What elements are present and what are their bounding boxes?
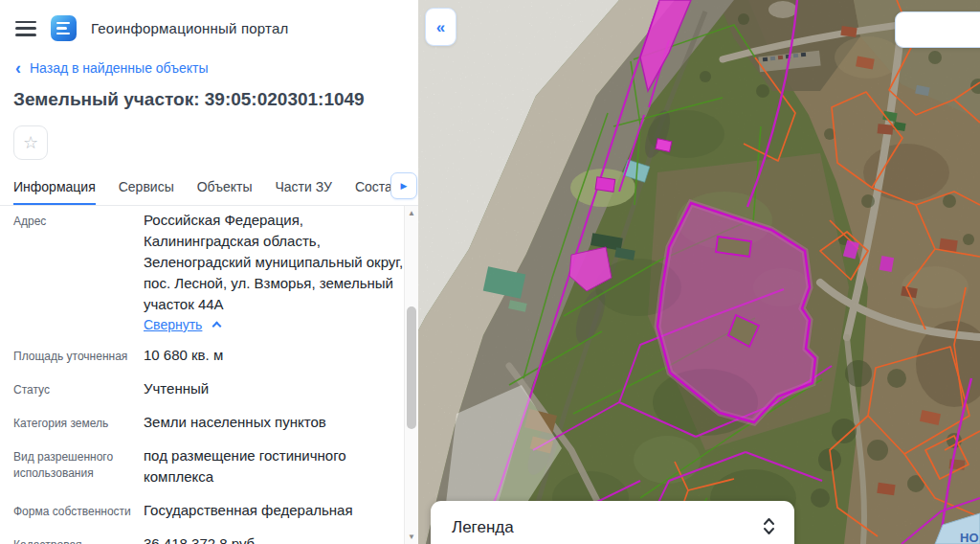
field-value: под размещение гостиничного комплекса: [144, 445, 404, 487]
page-title: Земельный участок: 39:05:020301:1049: [0, 76, 418, 110]
field-label: Площадь уточненная: [13, 345, 144, 366]
panel-scrollbar[interactable]: ▲ ▼: [404, 206, 418, 544]
menu-icon[interactable]: [15, 21, 36, 36]
scroll-down-icon[interactable]: ▼: [405, 533, 418, 541]
collapse-panel-button[interactable]: «: [425, 8, 457, 46]
double-chevron-left-icon: «: [436, 19, 445, 35]
tab-objects[interactable]: Объекты: [197, 173, 253, 205]
scrollbar-thumb[interactable]: [407, 306, 416, 429]
field-value: Учтенный: [144, 378, 404, 399]
scroll-up-icon[interactable]: ▲: [405, 209, 418, 217]
star-icon: ☆: [23, 134, 38, 151]
info-content: Адрес Российская Федерация, Калининградс…: [0, 206, 404, 544]
tabs-bar: Информация Сервисы Объекты Части ЗУ Сост…: [0, 173, 418, 206]
app-header: Геоинформационный портал: [0, 0, 418, 51]
satellite-map[interactable]: НО: [418, 0, 980, 544]
info-row-ownership: Форма собственности Государственная феде…: [13, 500, 404, 521]
field-label: Кадастровая: [13, 533, 144, 544]
chevron-up-icon: [212, 322, 222, 331]
collapse-address-link[interactable]: Свернуть: [144, 317, 202, 332]
tab-parcel-parts[interactable]: Части ЗУ: [275, 173, 331, 205]
back-link[interactable]: ‹ Назад в найденные объекты: [0, 51, 418, 76]
info-row-status: Статус Учтенный: [13, 378, 404, 399]
tab-services[interactable]: Сервисы: [119, 173, 174, 205]
field-label: Категория земель: [13, 412, 144, 433]
map-corner-label: НО: [960, 531, 979, 544]
info-row-cadastral-value: Кадастровая 36 418 372,8 руб.: [13, 533, 404, 544]
back-link-label: Назад в найденные объекты: [30, 60, 208, 76]
field-label: Вид разрешенного использования: [13, 445, 144, 487]
field-label: Статус: [13, 378, 144, 399]
object-info-panel: Геоинформационный портал ‹ Назад в найде…: [0, 0, 418, 544]
app-logo-icon: [51, 15, 77, 41]
field-label: Адрес: [13, 210, 144, 332]
tab-information[interactable]: Информация: [13, 173, 96, 205]
legend-toggle-icon[interactable]: [763, 510, 775, 539]
info-row-permitted-use: Вид разрешенного использования под разме…: [13, 445, 404, 487]
info-row-land-category: Категория земель Земли населенных пункто…: [13, 412, 404, 433]
legend-panel[interactable]: Легенда: [431, 501, 794, 544]
chevron-left-icon: ‹: [15, 61, 21, 75]
tabs-overflow-button[interactable]: ▶: [390, 172, 417, 199]
field-value: 36 418 372,8 руб.: [144, 533, 404, 544]
map-search-input[interactable]: [895, 11, 980, 48]
info-row-area: Площадь уточненная 10 680 кв. м: [13, 345, 404, 366]
info-row-address: Адрес Российская Федерация, Калининградс…: [13, 210, 404, 332]
field-value: Государственная федеральная: [144, 500, 404, 521]
geoportal-app: НО « Легенда Геоинформационный портал ‹ …: [0, 0, 980, 544]
field-value: Российская Федерация, Калининградская об…: [144, 210, 404, 315]
favorite-button[interactable]: ☆: [13, 125, 48, 160]
app-title: Геоинформационный портал: [91, 20, 288, 36]
field-value: Земли населенных пунктов: [144, 412, 404, 433]
field-label: Форма собственности: [13, 500, 144, 521]
field-value: 10 680 кв. м: [144, 345, 404, 366]
legend-label: Легенда: [452, 510, 514, 537]
chevron-right-icon: ▶: [401, 182, 408, 191]
